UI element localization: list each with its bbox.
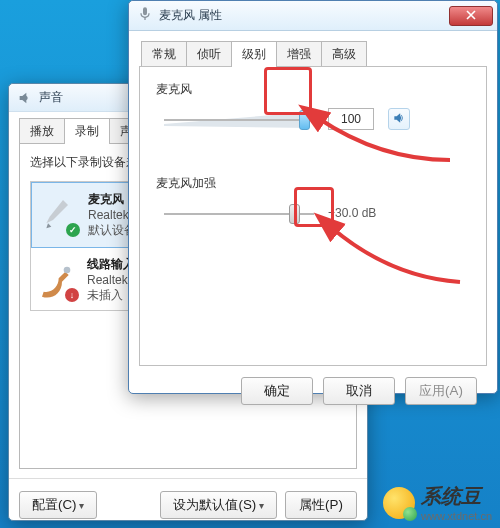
mic-properties-window: 麦克风 属性 常规 侦听 级别 增强 高级 麦克风	[128, 0, 498, 394]
tab-general[interactable]: 常规	[141, 41, 187, 67]
microphone-icon	[137, 6, 153, 25]
mic-tabs: 常规 侦听 级别 增强 高级	[141, 41, 483, 67]
watermark-url: www.xtdnet.cn	[421, 510, 492, 522]
close-button[interactable]	[449, 6, 493, 26]
sound-mid-buttons: 配置(C) 设为默认值(S) 属性(P)	[9, 478, 367, 528]
tab-advanced[interactable]: 高级	[321, 41, 367, 67]
mic-window-title: 麦克风 属性	[159, 7, 222, 24]
apply-button[interactable]: 应用(A)	[405, 377, 477, 405]
microphone-device-icon: ✓	[38, 195, 78, 235]
mic-bottom-buttons: 确定 取消 应用(A)	[139, 367, 487, 405]
speaker-icon	[17, 90, 33, 106]
set-default-button[interactable]: 设为默认值(S)	[160, 491, 277, 519]
speaker-icon	[392, 111, 406, 128]
mic-window-titlebar[interactable]: 麦克风 属性	[129, 1, 497, 31]
level-panel: 麦克风 100	[139, 66, 487, 366]
tab-record[interactable]: 录制	[64, 118, 110, 144]
mic-boost-value: +30.0 dB	[328, 206, 376, 220]
arrow-down-icon: ↓	[65, 288, 79, 302]
slider-thumb-icon[interactable]	[299, 110, 310, 130]
tab-enhance[interactable]: 增强	[276, 41, 322, 67]
svg-point-0	[64, 267, 71, 274]
mic-volume-value[interactable]: 100	[328, 108, 374, 130]
mic-boost-slider[interactable]	[164, 202, 314, 224]
close-icon	[466, 9, 476, 23]
watermark: 系统豆 www.xtdnet.cn	[383, 483, 492, 522]
mic-boost-label: 麦克风加强	[156, 175, 470, 192]
ok-button[interactable]: 确定	[241, 377, 313, 405]
watermark-name: 系统豆	[421, 485, 481, 507]
cable-icon: ↓	[37, 260, 77, 300]
properties-button[interactable]: 属性(P)	[285, 491, 357, 519]
cancel-button[interactable]: 取消	[323, 377, 395, 405]
tab-playback[interactable]: 播放	[19, 118, 65, 144]
mute-button[interactable]	[388, 108, 410, 130]
slider-thumb-icon[interactable]	[289, 204, 300, 224]
tab-listen[interactable]: 侦听	[186, 41, 232, 67]
mic-volume-slider[interactable]	[164, 108, 314, 130]
mic-volume-label: 麦克风	[156, 81, 470, 98]
check-icon: ✓	[66, 223, 80, 237]
watermark-logo-icon	[383, 487, 415, 519]
mic-volume-group: 麦克风 100	[156, 81, 470, 130]
tab-level[interactable]: 级别	[231, 41, 277, 67]
sound-window-title: 声音	[39, 89, 63, 106]
configure-button[interactable]: 配置(C)	[19, 491, 97, 519]
mic-boost-group: 麦克风加强 +30.0 dB	[156, 175, 470, 224]
